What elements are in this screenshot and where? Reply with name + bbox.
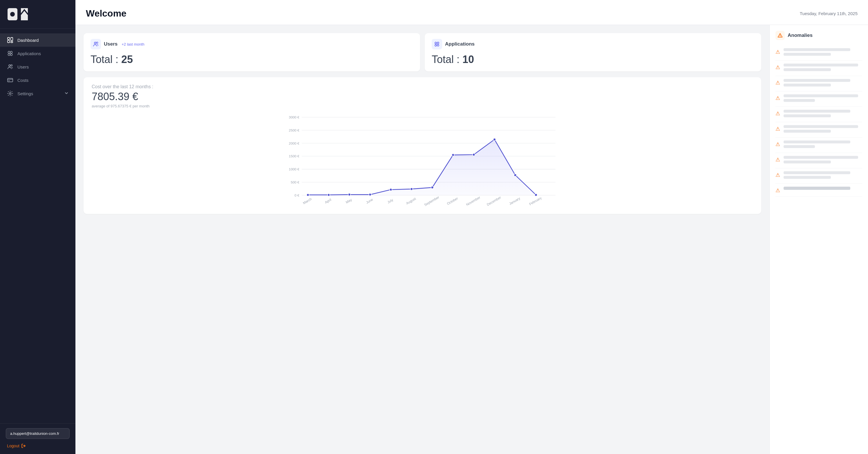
main-header: Welcome Tuesday, February 11th, 2025 — [75, 0, 868, 25]
sidebar-footer: a.huppert@traitdunion-com.fr Logout — [0, 423, 75, 454]
anomalies-panel: Anomalies ⚠ ⚠ ⚠ — [769, 25, 868, 454]
anomaly-item: ⚠ — [775, 107, 862, 122]
anomaly-lines — [783, 94, 862, 103]
anomaly-item: ⚠ — [775, 153, 862, 169]
anomaly-line — [783, 110, 850, 113]
anomaly-lines — [783, 110, 862, 119]
warning-icon: ⚠ — [775, 110, 780, 117]
svg-text:May: May — [345, 198, 352, 204]
users-icon-wrap — [91, 39, 101, 49]
svg-point-17 — [97, 42, 98, 43]
main-panel: Users +2 last month Total : 25 — [75, 25, 769, 454]
svg-point-44 — [452, 154, 454, 156]
svg-text:August: August — [405, 196, 416, 205]
anomalies-alert-icon — [777, 33, 783, 38]
content-area: Users +2 last month Total : 25 — [75, 25, 868, 454]
svg-point-1 — [10, 12, 15, 17]
anomaly-line — [783, 176, 831, 179]
sidebar-navigation: Dashboard Applications Users Costs — [0, 29, 75, 423]
chart-area: 0 € 500 € 1000 € 1500 € 2000 € 2500 € 30… — [92, 114, 753, 207]
applications-icon-wrap — [432, 39, 442, 49]
anomaly-line — [783, 141, 850, 143]
svg-point-42 — [410, 188, 413, 190]
anomaly-item: ⚠ — [775, 138, 862, 153]
users-badge: +2 last month — [122, 42, 144, 47]
sidebar-item-users[interactable]: Users — [0, 60, 75, 73]
anomaly-lines — [783, 125, 862, 134]
anomalies-icon-wrap — [775, 31, 785, 40]
svg-text:2000 €: 2000 € — [289, 141, 300, 145]
svg-point-48 — [535, 193, 537, 196]
logo-icon — [7, 7, 30, 22]
anomaly-line — [783, 48, 850, 51]
anomaly-item: ⚠ — [775, 61, 862, 76]
anomaly-item: ⚠ — [775, 45, 862, 61]
svg-rect-6 — [11, 41, 13, 43]
users-total: Total : 25 — [91, 53, 413, 66]
sidebar-item-label: Dashboard — [18, 38, 39, 43]
svg-point-40 — [369, 193, 371, 196]
anomaly-lines — [783, 141, 862, 150]
settings-icon — [7, 90, 13, 97]
anomaly-line — [783, 68, 831, 71]
svg-point-45 — [473, 153, 475, 156]
applications-card: Applications Total : 10 — [425, 33, 761, 71]
svg-point-8 — [10, 51, 12, 53]
svg-text:October: October — [446, 196, 459, 206]
svg-point-9 — [8, 54, 10, 56]
sidebar-item-label: Settings — [18, 91, 33, 96]
svg-point-19 — [437, 42, 439, 44]
svg-text:February: February — [529, 196, 542, 206]
sidebar-item-settings[interactable]: Settings — [0, 87, 75, 100]
svg-text:April: April — [324, 198, 332, 204]
warning-icon: ⚠ — [775, 49, 780, 55]
anomaly-lines — [783, 48, 862, 58]
sidebar-item-label: Users — [18, 64, 29, 69]
logout-button[interactable]: Logout — [6, 443, 27, 449]
main-content: Welcome Tuesday, February 11th, 2025 — [75, 0, 868, 454]
cost-chart: 0 € 500 € 1000 € 1500 € 2000 € 2500 € 30… — [92, 114, 753, 207]
sidebar-logo — [0, 0, 75, 29]
applications-card-title: Applications — [445, 41, 475, 47]
svg-point-11 — [9, 65, 10, 66]
svg-point-21 — [437, 44, 439, 46]
user-email: a.huppert@traitdunion-com.fr — [6, 428, 70, 439]
svg-point-39 — [348, 193, 351, 196]
svg-point-10 — [10, 54, 12, 56]
sidebar-item-label: Costs — [18, 78, 28, 83]
sidebar-item-label: Applications — [18, 51, 41, 56]
anomaly-item: ⚠ — [775, 122, 862, 138]
applications-card-icon — [434, 41, 440, 47]
warning-icon: ⚠ — [775, 64, 780, 70]
sidebar-item-applications[interactable]: Applications — [0, 47, 75, 60]
users-card-title: Users — [104, 41, 118, 47]
users-card-icon — [93, 41, 99, 47]
warning-icon: ⚠ — [775, 187, 780, 193]
svg-text:July: July — [387, 198, 394, 204]
svg-point-16 — [94, 42, 96, 44]
warning-icon: ⚠ — [775, 141, 780, 148]
anomaly-item: ⚠ — [775, 76, 862, 91]
anomaly-line — [783, 94, 858, 97]
anomaly-item: ⚠ — [775, 169, 862, 184]
cost-total: 7805.39 € — [92, 91, 753, 103]
svg-text:March: March — [302, 197, 312, 205]
anomaly-line — [783, 84, 831, 87]
anomaly-line — [783, 130, 831, 133]
svg-rect-3 — [7, 37, 9, 39]
svg-point-15 — [9, 93, 11, 94]
anomaly-line — [783, 145, 815, 148]
svg-point-18 — [435, 42, 437, 44]
anomaly-last-item: ⚠ — [775, 184, 862, 197]
sidebar-item-dashboard[interactable]: Dashboard — [0, 33, 75, 47]
cost-label: Cost over the last 12 months : — [92, 84, 753, 89]
anomaly-lines — [783, 156, 862, 165]
warning-icon: ⚠ — [775, 95, 780, 101]
anomaly-line — [783, 171, 850, 174]
anomaly-line-text — [783, 187, 850, 190]
applications-card-header: Applications — [432, 39, 754, 49]
sidebar-item-costs[interactable]: Costs — [0, 73, 75, 87]
svg-text:1000 €: 1000 € — [289, 167, 300, 171]
svg-text:1500 €: 1500 € — [289, 154, 300, 158]
svg-text:November: November — [465, 195, 481, 206]
